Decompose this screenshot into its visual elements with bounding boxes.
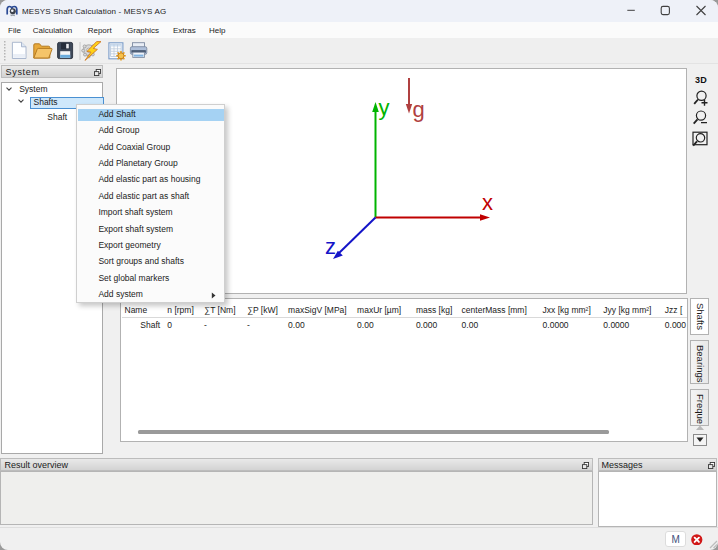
svg-text:y: y — [379, 95, 390, 120]
svg-text:g: g — [413, 97, 425, 122]
svg-text:x: x — [482, 190, 493, 215]
svg-text:z: z — [325, 234, 336, 259]
